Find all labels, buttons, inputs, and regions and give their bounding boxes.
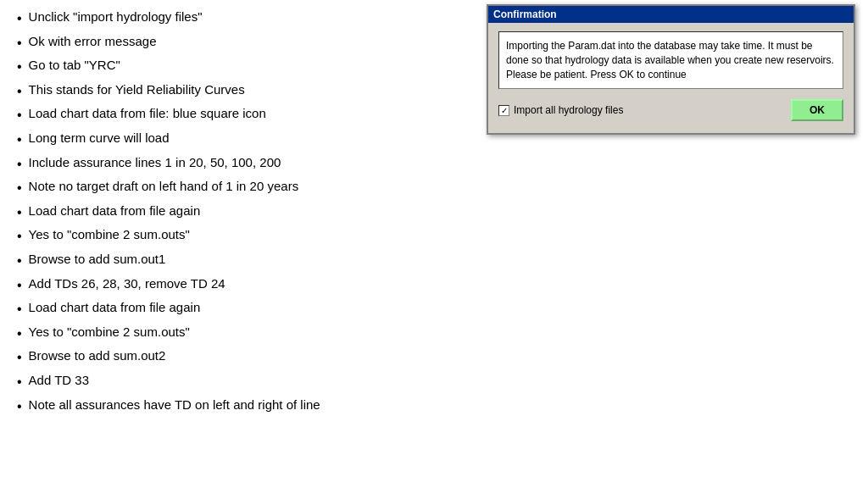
list-item: Yes to "combine 2 sum.outs": [17, 226, 458, 246]
list-item: Long term curve will load: [17, 130, 458, 149]
list-item: Ok with error message: [17, 33, 458, 53]
list-item: Add TDs 26, 28, 30, remove TD 24: [17, 275, 458, 295]
list-item: Browse to add sum.out2: [17, 347, 458, 367]
dialog-message: Importing the Param.dat into the databas…: [498, 31, 843, 89]
import-checkbox[interactable]: ✓: [498, 105, 509, 116]
dialog-message-text: Importing the Param.dat into the databas…: [506, 40, 834, 80]
dialog-title: Confirmation: [493, 8, 557, 20]
dialog-overlay: Confirmation Importing the Param.dat int…: [487, 0, 868, 488]
list-item: Yes to "combine 2 sum.outs": [17, 324, 458, 343]
list-item: Note no target draft on left hand of 1 i…: [17, 178, 458, 197]
ok-button[interactable]: OK: [791, 99, 843, 121]
import-checkbox-row[interactable]: ✓ Import all hydrology files: [498, 104, 623, 116]
list-item: Unclick "import hydrology files": [17, 8, 458, 28]
list-item: Load chart data from file again: [17, 299, 458, 319]
list-item: Go to tab "YRC": [17, 57, 458, 76]
list-item: Load chart data from file again: [17, 202, 458, 222]
main-content: Unclick "import hydrology files"Ok with …: [0, 0, 475, 429]
list-item: Note all assurances have TD on left and …: [17, 396, 458, 416]
bullet-list: Unclick "import hydrology files"Ok with …: [17, 8, 458, 415]
list-item: Browse to add sum.out1: [17, 251, 458, 270]
list-item: This stands for Yield Reliability Curves: [17, 81, 458, 101]
dialog-titlebar: Confirmation: [488, 6, 854, 23]
confirmation-dialog: Confirmation Importing the Param.dat int…: [487, 4, 855, 135]
list-item: Add TD 33: [17, 372, 458, 391]
dialog-body: Importing the Param.dat into the databas…: [488, 23, 854, 133]
list-item: Load chart data from file: blue square i…: [17, 105, 458, 125]
dialog-footer: ✓ Import all hydrology files OK: [498, 97, 843, 125]
import-checkbox-label: Import all hydrology files: [514, 104, 623, 116]
list-item: Include assurance lines 1 in 20, 50, 100…: [17, 154, 458, 174]
